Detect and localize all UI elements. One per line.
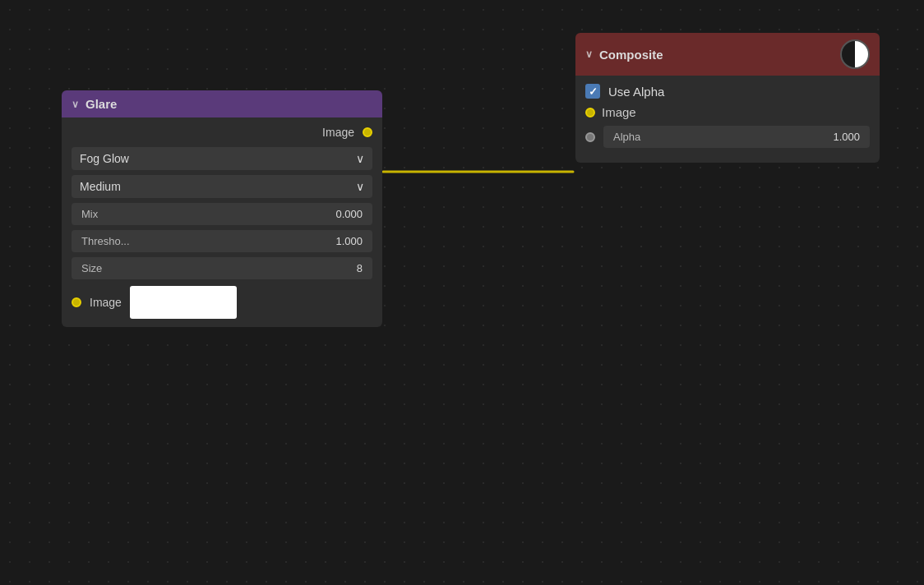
fog-glow-value: Fog Glow xyxy=(80,152,129,165)
composite-alpha-row: Alpha 1.000 xyxy=(585,126,870,148)
composite-image-label: Image xyxy=(602,105,636,119)
glare-image-output-label: Image xyxy=(72,126,363,139)
composite-node-body: ✓ Use Alpha Image Alpha 1.000 xyxy=(575,76,880,163)
medium-value: Medium xyxy=(80,180,121,193)
glare-title: Glare xyxy=(85,97,117,111)
composite-title: Composite xyxy=(599,48,834,62)
composite-icon xyxy=(840,39,870,69)
size-value: 8 xyxy=(357,262,363,274)
composite-image-input-row: Image xyxy=(585,105,870,119)
medium-chevron: ∨ xyxy=(356,180,364,193)
composite-chevron[interactable]: ∨ xyxy=(585,48,593,60)
glare-image-preview xyxy=(130,286,237,319)
use-alpha-row: ✓ Use Alpha xyxy=(585,84,870,99)
alpha-label: Alpha xyxy=(613,131,640,143)
threshold-value: 1.000 xyxy=(335,235,363,247)
mix-field[interactable]: Mix 0.000 xyxy=(72,203,372,225)
size-field[interactable]: Size 8 xyxy=(72,257,372,279)
glare-image-output-row: Image xyxy=(72,126,372,139)
composite-alpha-socket[interactable] xyxy=(585,132,595,142)
glare-image-input-label: Image xyxy=(90,296,122,309)
alpha-value: 1.000 xyxy=(833,131,860,143)
glare-node-body: Image Fog Glow ∨ Medium ∨ Mix 0.000 Thre… xyxy=(62,117,382,327)
composite-image-input-socket[interactable] xyxy=(585,108,595,117)
fog-glow-chevron: ∨ xyxy=(356,152,364,165)
mix-label: Mix xyxy=(81,208,98,220)
mix-value: 0.000 xyxy=(335,208,363,220)
threshold-field[interactable]: Thresho... 1.000 xyxy=(72,230,372,252)
glare-node-header: ∨ Glare xyxy=(62,90,382,117)
use-alpha-checkbox[interactable]: ✓ xyxy=(585,84,600,99)
glare-node: ∨ Glare Image Fog Glow ∨ Medium ∨ Mix 0.… xyxy=(62,90,382,327)
glare-image-input-row: Image xyxy=(72,286,372,319)
composite-node-header: ∨ Composite xyxy=(575,33,880,76)
medium-dropdown[interactable]: Medium ∨ xyxy=(72,175,372,198)
fog-glow-dropdown[interactable]: Fog Glow ∨ xyxy=(72,147,372,170)
composite-node: ∨ Composite ✓ Use Alpha Image Alpha 1.00… xyxy=(575,33,880,163)
use-alpha-label: Use Alpha xyxy=(608,85,664,99)
glare-image-input-socket[interactable] xyxy=(72,297,81,307)
check-icon: ✓ xyxy=(589,85,598,98)
size-label: Size xyxy=(81,262,102,274)
glare-image-output-socket[interactable] xyxy=(363,127,372,137)
alpha-field[interactable]: Alpha 1.000 xyxy=(603,126,870,148)
glare-chevron[interactable]: ∨ xyxy=(72,99,79,110)
threshold-label: Thresho... xyxy=(81,235,130,247)
